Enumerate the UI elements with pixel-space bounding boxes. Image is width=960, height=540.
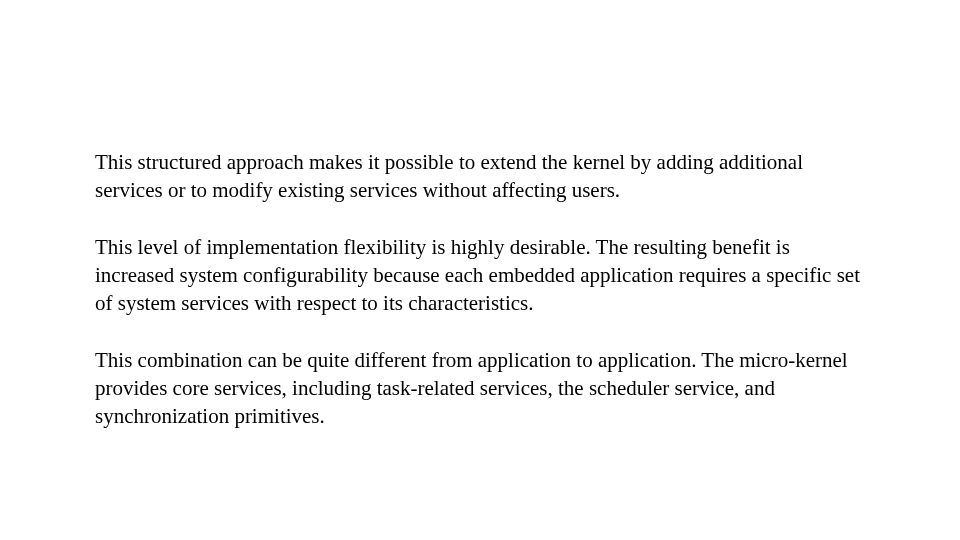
document-content: This structured approach makes it possib… — [0, 0, 960, 431]
paragraph-1: This structured approach makes it possib… — [95, 148, 865, 205]
paragraph-2: This level of implementation flexibility… — [95, 233, 865, 318]
paragraph-3: This combination can be quite different … — [95, 346, 865, 431]
